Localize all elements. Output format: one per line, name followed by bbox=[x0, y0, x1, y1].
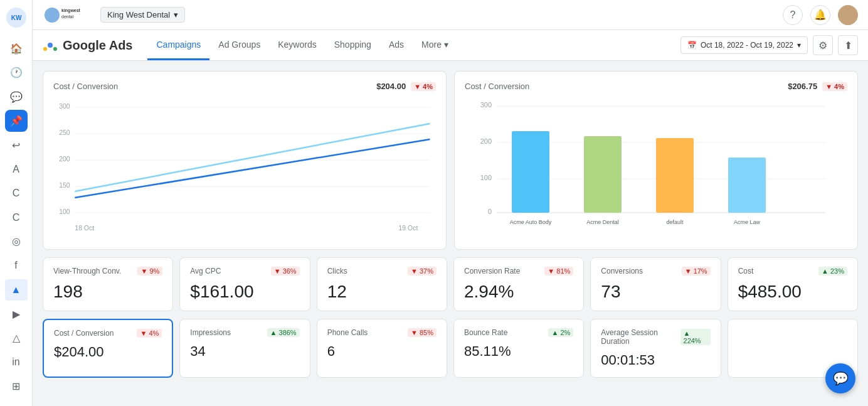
svg-text:300: 300 bbox=[59, 102, 70, 110]
metric-title-5: Cost bbox=[738, 267, 754, 275]
metric-conversions: Conversions ▼ 17% 73 bbox=[590, 257, 721, 311]
svg-text:0: 0 bbox=[488, 208, 492, 215]
svg-text:KW: KW bbox=[11, 14, 21, 21]
bottom-metric-header-0: Cost / Conversion ▼ 4% bbox=[54, 329, 162, 338]
help-button[interactable]: ? bbox=[783, 5, 803, 25]
svg-text:Acme Law: Acme Law bbox=[734, 219, 761, 225]
tab-more[interactable]: More ▾ bbox=[413, 31, 457, 60]
left-chart-value: $204.00 ▼ 4% bbox=[376, 82, 436, 91]
chat-button[interactable]: 💬 bbox=[825, 363, 855, 393]
sidebar-linkedin-icon[interactable]: in bbox=[5, 351, 28, 373]
right-chart-value: $206.75 ▼ 4% bbox=[788, 82, 847, 91]
metric-value-5: $485.00 bbox=[738, 282, 847, 302]
main-content: kingwest dental King West Dental ▾ ? 🔔 bbox=[33, 0, 868, 406]
tab-adgroups[interactable]: Ad Groups bbox=[209, 31, 269, 60]
sidebar-grid-icon[interactable]: ⊞ bbox=[5, 376, 28, 397]
bottom-metric-value-3: 85.11% bbox=[464, 343, 573, 360]
sidebar-chat-icon[interactable]: 💬 bbox=[5, 86, 28, 107]
metric-title-2: Clicks bbox=[327, 267, 347, 275]
right-chart-badge: ▼ 4% bbox=[822, 82, 847, 91]
logo: kingwest dental bbox=[43, 6, 93, 24]
sidebar-c2-icon[interactable]: C bbox=[5, 206, 28, 228]
bottom-metric-phone-calls[interactable]: Phone Calls ▼ 85% 6 bbox=[317, 319, 447, 378]
left-chart-card: Cost / Conversion $204.00 ▼ 4% 300 250 2… bbox=[43, 71, 447, 250]
line-chart-area: 300 250 200 150 100 bbox=[53, 99, 436, 237]
tab-keywords[interactable]: Keywords bbox=[269, 31, 325, 60]
metric-header-3: Conversion Rate ▼ 81% bbox=[464, 267, 573, 275]
page-title: Google Ads bbox=[43, 30, 142, 60]
svg-text:18 Oct: 18 Oct bbox=[75, 224, 94, 232]
metric-view-through-conv: View-Through Conv. ▼ 9% 198 bbox=[43, 257, 173, 311]
bottom-metric-value-1: 34 bbox=[190, 343, 299, 360]
user-avatar[interactable] bbox=[838, 5, 858, 25]
google-ads-logo-icon bbox=[43, 38, 58, 53]
bottom-metric-cost-conversion[interactable]: Cost / Conversion ▼ 4% $204.00 bbox=[43, 319, 173, 378]
svg-text:150: 150 bbox=[59, 181, 70, 189]
sidebar-fb-icon[interactable]: f bbox=[5, 255, 28, 276]
svg-point-5 bbox=[844, 9, 852, 16]
svg-text:100: 100 bbox=[59, 208, 70, 215]
bottom-metric-header-2: Phone Calls ▼ 85% bbox=[327, 328, 437, 337]
bottom-metric-badge-3: ▲ 2% bbox=[548, 328, 573, 337]
bottom-metric-avg-session-duration[interactable]: Average Session Duration ▲ 224% 00:01:53 bbox=[590, 319, 721, 378]
sidebar-amazon-icon[interactable]: A bbox=[5, 158, 28, 179]
metric-badge-5: ▲ 23% bbox=[818, 267, 847, 275]
sidebar-home-icon[interactable]: 🏠 bbox=[5, 38, 28, 59]
filter-icon: ⚙ bbox=[818, 40, 827, 51]
topbar-left: kingwest dental King West Dental ▾ bbox=[43, 6, 185, 24]
bottom-metric-header-4: Average Session Duration ▲ 224% bbox=[601, 328, 710, 346]
bottom-metric-badge-2: ▼ 85% bbox=[408, 328, 437, 337]
metric-title-3: Conversion Rate bbox=[464, 267, 520, 275]
date-range-button[interactable]: 📅 Oct 18, 2022 - Oct 19, 2022 ▾ bbox=[680, 36, 808, 54]
tab-ads[interactable]: Ads bbox=[380, 31, 413, 60]
svg-text:Acme Auto Body: Acme Auto Body bbox=[510, 219, 552, 225]
metric-value-2: 12 bbox=[327, 282, 437, 302]
nav-tabs-right: 📅 Oct 18, 2022 - Oct 19, 2022 ▾ ⚙ ⬆ bbox=[680, 35, 858, 55]
bottom-metric-impressions[interactable]: Impressions ▲ 386% 34 bbox=[179, 319, 310, 378]
metric-title-1: Avg CPC bbox=[190, 267, 221, 275]
metric-header-4: Conversions ▼ 17% bbox=[601, 267, 710, 275]
filter-button[interactable]: ⚙ bbox=[813, 35, 833, 55]
bottom-metric-title-3: Bounce Rate bbox=[464, 328, 507, 337]
tab-shopping[interactable]: Shopping bbox=[326, 31, 380, 60]
sidebar-circle-icon[interactable]: ◎ bbox=[5, 231, 28, 252]
metrics-row: View-Through Conv. ▼ 9% 198 Avg CPC ▼ 36… bbox=[43, 257, 858, 311]
sidebar-triangle-icon[interactable]: △ bbox=[5, 328, 28, 349]
bar-chart-area: 300 200 100 0 Acme Auto Body bbox=[465, 99, 847, 239]
metric-value-1: $161.00 bbox=[190, 282, 299, 302]
sidebar-analytics-icon[interactable]: 📌 bbox=[5, 110, 28, 131]
left-chart-title: Cost / Conversion bbox=[53, 82, 118, 91]
svg-rect-32 bbox=[584, 136, 622, 213]
metric-header-5: Cost ▲ 23% bbox=[738, 267, 847, 275]
tab-campaigns[interactable]: Campaigns bbox=[147, 31, 209, 60]
share-button[interactable]: ⬆ bbox=[838, 35, 858, 55]
bottom-metric-bounce-rate[interactable]: Bounce Rate ▲ 2% 85.11% bbox=[453, 319, 584, 378]
bottom-metrics-row: Cost / Conversion ▼ 4% $204.00 Impressio… bbox=[43, 319, 858, 378]
metric-clicks: Clicks ▼ 37% 12 bbox=[317, 257, 447, 311]
bottom-metric-value-4: 00:01:53 bbox=[601, 352, 710, 368]
svg-rect-36 bbox=[728, 158, 766, 213]
metric-badge-1: ▼ 36% bbox=[271, 267, 300, 275]
metric-title-4: Conversions bbox=[601, 267, 643, 275]
right-chart-header: Cost / Conversion $206.75 ▼ 4% bbox=[465, 82, 847, 91]
chat-icon: 💬 bbox=[833, 371, 849, 386]
sidebar-clock-icon[interactable]: 🕐 bbox=[5, 61, 28, 83]
nav-tabs: Google Ads Campaigns Ad Groups Keywords … bbox=[33, 30, 868, 61]
account-selector[interactable]: King West Dental ▾ bbox=[100, 7, 185, 23]
svg-text:100: 100 bbox=[480, 174, 492, 181]
sidebar-googleads-icon[interactable]: ▲ bbox=[5, 279, 28, 301]
charts-row: Cost / Conversion $204.00 ▼ 4% 300 250 2… bbox=[43, 71, 858, 250]
metric-header-2: Clicks ▼ 37% bbox=[327, 267, 437, 275]
nav-tabs-left: Google Ads Campaigns Ad Groups Keywords … bbox=[43, 30, 457, 60]
date-chevron-icon: ▾ bbox=[797, 41, 801, 50]
svg-rect-34 bbox=[656, 138, 694, 213]
right-chart-card: Cost / Conversion $206.75 ▼ 4% 300 200 1… bbox=[454, 71, 858, 250]
notifications-button[interactable]: 🔔 bbox=[810, 5, 830, 25]
metric-badge-3: ▼ 81% bbox=[544, 267, 573, 275]
svg-rect-30 bbox=[512, 131, 549, 213]
sidebar-play-icon[interactable]: ▶ bbox=[5, 303, 28, 324]
metric-title-0: View-Through Conv. bbox=[53, 267, 121, 275]
svg-text:19 Oct: 19 Oct bbox=[399, 224, 418, 232]
sidebar-arrow-icon[interactable]: ↩ bbox=[5, 134, 28, 156]
sidebar-c1-icon[interactable]: C bbox=[5, 183, 28, 204]
